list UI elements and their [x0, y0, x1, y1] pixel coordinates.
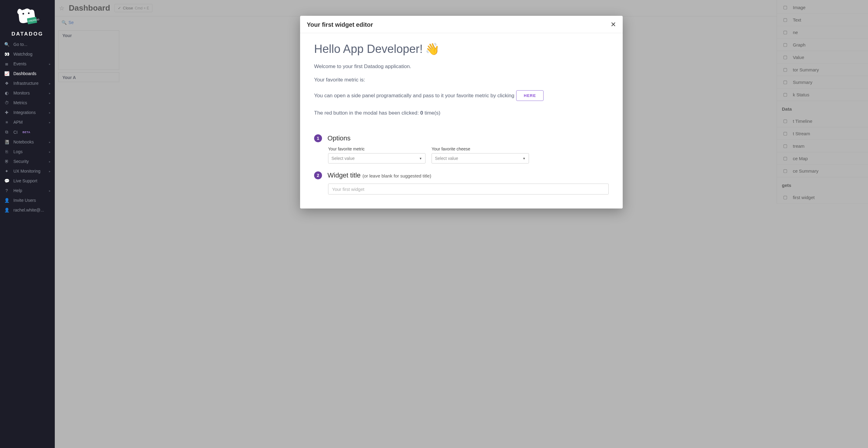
side-panel-sentence: You can open a side panel programaticall…	[314, 93, 514, 99]
sidebar-item-security[interactable]: ⛨Security▸	[0, 157, 55, 166]
sidebar-item-label: Metrics	[13, 100, 27, 105]
chart-icon: 📈	[4, 71, 9, 76]
widget-editor-modal: Your first widget editor ✕ Hello App Dev…	[300, 16, 623, 208]
metric-label: Your favorite metric	[328, 146, 426, 151]
sidebar-item-integrations[interactable]: ✚Integrations▸	[0, 108, 55, 117]
sidebar-item-label: Live Support	[13, 178, 37, 183]
section-title: Options	[328, 134, 351, 142]
sidebar-item-events[interactable]: ≣Events▸	[0, 59, 55, 69]
sidebar-item-ux-monitoring[interactable]: ✦UX Monitoring▸	[0, 166, 55, 176]
modal-overlay: Your first widget editor ✕ Hello App Dev…	[55, 0, 868, 448]
chevron-right-icon: ▸	[49, 111, 51, 114]
puzzle-icon: ✚	[4, 110, 9, 115]
sidebar-item-rachel-white-[interactable]: 👤rachel.white@...	[0, 205, 55, 215]
sidebar-item-label: CI	[13, 130, 18, 135]
user-plus-icon: 👤	[4, 198, 9, 203]
sidebar-item-invite-users[interactable]: 👤Invite Users	[0, 196, 55, 205]
welcome-text: Welcome to your first Datadog applicatio…	[314, 64, 609, 70]
gauge-icon: ◐	[4, 91, 9, 96]
step-badge: 2	[314, 171, 322, 179]
beta-badge: BETA	[23, 131, 30, 134]
sidebar-item-live-support[interactable]: 💬Live Support	[0, 176, 55, 186]
title-section: 2 Widget title (or leave blank for sugge…	[314, 171, 609, 195]
book-icon: 📓	[4, 139, 9, 144]
search-icon: 🔍	[4, 42, 9, 47]
sidebar-item-apm[interactable]: ≡APM▸	[0, 117, 55, 127]
sidebar-item-watchdog[interactable]: 👀Watchdog	[0, 49, 55, 59]
sidebar-item-label: Invite Users	[13, 198, 36, 203]
sidebar-item-monitors[interactable]: ◐Monitors▸	[0, 88, 55, 98]
chevron-right-icon: ▸	[49, 101, 51, 105]
chevron-right-icon: ▸	[49, 140, 51, 144]
sidebar-item-go-to-[interactable]: 🔍Go to...	[0, 39, 55, 49]
cheese-option: Your favorite cheese Select value ▼	[432, 146, 529, 164]
modal-header: Your first widget editor ✕	[300, 16, 623, 33]
sidebar-item-label: Security	[13, 159, 29, 164]
title-input-wrap	[314, 183, 609, 195]
lines-icon: ≡	[4, 120, 9, 125]
title-hint: (or leave blank for suggested title)	[363, 173, 431, 178]
sidebar-item-notebooks[interactable]: 📓Notebooks▸	[0, 137, 55, 147]
sidebar-item-metrics[interactable]: ⏱Metrics▸	[0, 98, 55, 108]
help-icon: ?	[4, 188, 9, 193]
sidebar-item-dashboards[interactable]: 📈Dashboards	[0, 69, 55, 78]
chevron-right-icon: ▸	[49, 150, 51, 153]
sidebar-item-label: UX Monitoring	[13, 169, 40, 174]
title-text: Widget title	[328, 171, 363, 179]
options-row: Your favorite metric Select value ▼ Your…	[314, 146, 609, 164]
step-badge: 1	[314, 134, 322, 142]
page: ☆ Dashboard ✓ Close Cmd + E 1h Past 1 Ho…	[55, 0, 868, 448]
here-button[interactable]: HERE	[516, 90, 544, 101]
sidebar-item-help[interactable]: ?Help▸	[0, 186, 55, 196]
widget-title-input[interactable]	[328, 183, 609, 195]
greeting-heading: Hello App Developer! 👋	[314, 42, 609, 56]
speed-icon: ⏱	[4, 100, 9, 105]
list-icon: ≣	[4, 61, 9, 66]
metric-intro-text: Your favorite metric is:	[314, 77, 609, 83]
chat-icon: 💬	[4, 178, 9, 183]
caret-down-icon: ▼	[419, 157, 422, 160]
sidebar-item-infrastructure[interactable]: ❖Infrastructure▸	[0, 78, 55, 88]
nav-list: 🔍Go to...👀Watchdog≣Events▸📈Dashboards❖In…	[0, 39, 55, 215]
sidebar-item-label: Dashboards	[13, 71, 36, 76]
close-icon[interactable]: ✕	[611, 21, 616, 29]
modal-title: Your first widget editor	[307, 21, 373, 28]
count-pre: The red button in the modal has been cli…	[314, 110, 420, 116]
metric-option: Your favorite metric Select value ▼	[328, 146, 426, 164]
chevron-right-icon: ▸	[49, 170, 51, 173]
logs-icon: ⎘	[4, 149, 9, 154]
svg-point-1	[28, 12, 30, 14]
sidebar-item-label: Integrations	[13, 110, 36, 115]
sidebar-item-label: APM	[13, 120, 23, 125]
brand-name: DATADOG	[0, 31, 55, 37]
chevron-right-icon: ▸	[49, 62, 51, 66]
modal-body: Hello App Developer! 👋 Welcome to your f…	[300, 33, 623, 208]
sidebar: PREPROD DATADOG 🔍Go to...👀Watchdog≣Event…	[0, 0, 55, 448]
select-placeholder: Select value	[435, 156, 458, 161]
sidebar-item-logs[interactable]: ⎘Logs▸	[0, 147, 55, 157]
datadog-logo-icon: PREPROD	[14, 5, 41, 29]
section-header: 1 Options	[314, 134, 609, 142]
chevron-right-icon: ▸	[49, 160, 51, 163]
sidebar-item-ci[interactable]: ⧉CIBETA	[0, 127, 55, 137]
svg-point-0	[23, 13, 24, 14]
metric-select[interactable]: Select value ▼	[328, 153, 426, 164]
options-section: 1 Options Your favorite metric Select va…	[314, 134, 609, 164]
select-placeholder: Select value	[332, 156, 354, 161]
sidebar-item-label: Logs	[13, 149, 23, 154]
chevron-right-icon: ▸	[49, 120, 51, 124]
chevron-right-icon: ▸	[49, 189, 51, 193]
binoculars-icon: 👀	[4, 52, 9, 57]
sidebar-item-label: Go to...	[13, 42, 27, 47]
sidebar-item-label: Infrastructure	[13, 81, 38, 86]
chevron-right-icon: ▸	[49, 82, 51, 85]
wave-icon: 👋	[425, 42, 439, 56]
side-panel-text: You can open a side panel programaticall…	[314, 90, 609, 101]
count-value: 0	[420, 110, 423, 116]
cheese-select[interactable]: Select value ▼	[432, 153, 529, 164]
nodes-icon: ❖	[4, 81, 9, 86]
chevron-right-icon: ▸	[49, 92, 51, 95]
user-icon: 👤	[4, 208, 9, 212]
link-icon: ⧉	[4, 130, 9, 135]
shield-icon: ⛨	[4, 159, 9, 164]
